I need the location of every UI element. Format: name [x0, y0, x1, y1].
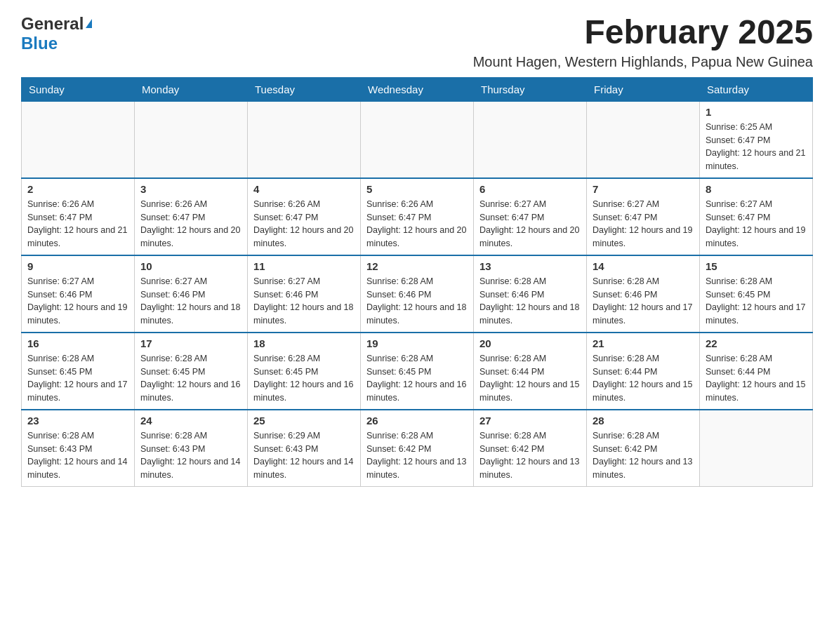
calendar-cell: 24Sunrise: 6:28 AM Sunset: 6:43 PM Dayli… — [135, 410, 248, 487]
day-number: 20 — [479, 337, 581, 349]
header-sunday: Sunday — [22, 77, 135, 101]
day-info: Sunrise: 6:28 AM Sunset: 6:42 PM Dayligh… — [479, 429, 581, 482]
calendar-cell: 6Sunrise: 6:27 AM Sunset: 6:47 PM Daylig… — [474, 178, 587, 255]
day-number: 5 — [366, 183, 468, 195]
day-info: Sunrise: 6:26 AM Sunset: 6:47 PM Dayligh… — [253, 198, 355, 250]
day-number: 26 — [366, 415, 468, 427]
calendar-cell — [135, 101, 248, 178]
calendar-cell: 4Sunrise: 6:26 AM Sunset: 6:47 PM Daylig… — [248, 178, 361, 255]
day-info: Sunrise: 6:27 AM Sunset: 6:47 PM Dayligh… — [706, 198, 807, 250]
day-number: 22 — [706, 337, 807, 349]
day-number: 3 — [140, 183, 241, 195]
day-info: Sunrise: 6:28 AM Sunset: 6:42 PM Dayligh… — [366, 429, 468, 482]
calendar-cell: 28Sunrise: 6:28 AM Sunset: 6:42 PM Dayli… — [587, 410, 700, 487]
logo-general: General — [21, 14, 84, 34]
title-section: February 2025 Mount Hagen, Western Highl… — [473, 14, 813, 70]
day-number: 10 — [140, 260, 241, 272]
calendar-cell: 20Sunrise: 6:28 AM Sunset: 6:44 PM Dayli… — [474, 333, 587, 410]
header-wednesday: Wednesday — [361, 77, 474, 101]
logo-blue: Blue — [21, 34, 58, 53]
calendar-cell: 21Sunrise: 6:28 AM Sunset: 6:44 PM Dayli… — [587, 333, 700, 410]
calendar-cell: 13Sunrise: 6:28 AM Sunset: 6:46 PM Dayli… — [474, 255, 587, 333]
calendar-cell: 10Sunrise: 6:27 AM Sunset: 6:46 PM Dayli… — [135, 255, 248, 333]
calendar-cell: 14Sunrise: 6:28 AM Sunset: 6:46 PM Dayli… — [587, 255, 700, 333]
header-friday: Friday — [587, 77, 700, 101]
day-number: 4 — [253, 183, 355, 195]
day-number: 21 — [593, 337, 694, 349]
day-number: 24 — [140, 415, 241, 427]
logo: General Blue — [21, 14, 92, 53]
day-info: Sunrise: 6:26 AM Sunset: 6:47 PM Dayligh… — [366, 198, 468, 250]
page-header: General Blue February 2025 Mount Hagen, … — [21, 14, 813, 70]
calendar-cell: 25Sunrise: 6:29 AM Sunset: 6:43 PM Dayli… — [248, 410, 361, 487]
day-number: 9 — [27, 260, 128, 272]
day-number: 13 — [479, 260, 581, 272]
day-info: Sunrise: 6:26 AM Sunset: 6:47 PM Dayligh… — [140, 198, 241, 250]
calendar-cell: 9Sunrise: 6:27 AM Sunset: 6:46 PM Daylig… — [22, 255, 135, 333]
day-info: Sunrise: 6:28 AM Sunset: 6:46 PM Dayligh… — [479, 275, 581, 328]
logo-triangle-icon — [86, 19, 92, 28]
month-title: February 2025 — [473, 14, 813, 51]
calendar-row-1: 1Sunrise: 6:25 AM Sunset: 6:47 PM Daylig… — [22, 101, 813, 178]
location-title: Mount Hagen, Western Highlands, Papua Ne… — [473, 54, 813, 70]
day-info: Sunrise: 6:27 AM Sunset: 6:47 PM Dayligh… — [479, 198, 581, 250]
day-info: Sunrise: 6:28 AM Sunset: 6:43 PM Dayligh… — [27, 429, 128, 482]
day-number: 25 — [253, 415, 355, 427]
calendar-cell: 1Sunrise: 6:25 AM Sunset: 6:47 PM Daylig… — [700, 101, 813, 178]
day-info: Sunrise: 6:25 AM Sunset: 6:47 PM Dayligh… — [706, 121, 807, 173]
day-info: Sunrise: 6:28 AM Sunset: 6:43 PM Dayligh… — [140, 429, 241, 482]
calendar-row-4: 16Sunrise: 6:28 AM Sunset: 6:45 PM Dayli… — [22, 333, 813, 410]
day-info: Sunrise: 6:28 AM Sunset: 6:44 PM Dayligh… — [706, 352, 807, 405]
day-info: Sunrise: 6:26 AM Sunset: 6:47 PM Dayligh… — [27, 198, 128, 250]
calendar-cell: 15Sunrise: 6:28 AM Sunset: 6:45 PM Dayli… — [700, 255, 813, 333]
day-number: 18 — [253, 337, 355, 349]
day-number: 19 — [366, 337, 468, 349]
day-number: 15 — [706, 260, 807, 272]
day-number: 1 — [706, 106, 807, 118]
day-number: 6 — [479, 183, 581, 195]
header-tuesday: Tuesday — [248, 77, 361, 101]
calendar-cell — [587, 101, 700, 178]
day-info: Sunrise: 6:28 AM Sunset: 6:46 PM Dayligh… — [593, 275, 694, 328]
day-info: Sunrise: 6:28 AM Sunset: 6:42 PM Dayligh… — [593, 429, 694, 482]
day-info: Sunrise: 6:28 AM Sunset: 6:46 PM Dayligh… — [366, 275, 468, 328]
calendar-cell: 8Sunrise: 6:27 AM Sunset: 6:47 PM Daylig… — [700, 178, 813, 255]
calendar-cell: 27Sunrise: 6:28 AM Sunset: 6:42 PM Dayli… — [474, 410, 587, 487]
calendar-cell — [474, 101, 587, 178]
header-thursday: Thursday — [474, 77, 587, 101]
calendar-cell: 26Sunrise: 6:28 AM Sunset: 6:42 PM Dayli… — [361, 410, 474, 487]
calendar-row-5: 23Sunrise: 6:28 AM Sunset: 6:43 PM Dayli… — [22, 410, 813, 487]
day-number: 2 — [27, 183, 128, 195]
day-info: Sunrise: 6:28 AM Sunset: 6:45 PM Dayligh… — [27, 352, 128, 405]
day-number: 28 — [593, 415, 694, 427]
calendar-cell: 23Sunrise: 6:28 AM Sunset: 6:43 PM Dayli… — [22, 410, 135, 487]
day-info: Sunrise: 6:28 AM Sunset: 6:45 PM Dayligh… — [706, 275, 807, 328]
calendar-cell: 18Sunrise: 6:28 AM Sunset: 6:45 PM Dayli… — [248, 333, 361, 410]
calendar-cell: 16Sunrise: 6:28 AM Sunset: 6:45 PM Dayli… — [22, 333, 135, 410]
day-info: Sunrise: 6:28 AM Sunset: 6:45 PM Dayligh… — [140, 352, 241, 405]
day-info: Sunrise: 6:27 AM Sunset: 6:47 PM Dayligh… — [593, 198, 694, 250]
day-number: 8 — [706, 183, 807, 195]
day-info: Sunrise: 6:29 AM Sunset: 6:43 PM Dayligh… — [253, 429, 355, 482]
calendar-cell — [361, 101, 474, 178]
day-info: Sunrise: 6:28 AM Sunset: 6:45 PM Dayligh… — [366, 352, 468, 405]
calendar-row-3: 9Sunrise: 6:27 AM Sunset: 6:46 PM Daylig… — [22, 255, 813, 333]
day-number: 17 — [140, 337, 241, 349]
day-number: 11 — [253, 260, 355, 272]
day-number: 14 — [593, 260, 694, 272]
calendar-cell — [248, 101, 361, 178]
calendar-row-2: 2Sunrise: 6:26 AM Sunset: 6:47 PM Daylig… — [22, 178, 813, 255]
day-info: Sunrise: 6:28 AM Sunset: 6:44 PM Dayligh… — [593, 352, 694, 405]
calendar-cell: 12Sunrise: 6:28 AM Sunset: 6:46 PM Dayli… — [361, 255, 474, 333]
calendar-cell: 5Sunrise: 6:26 AM Sunset: 6:47 PM Daylig… — [361, 178, 474, 255]
day-number: 16 — [27, 337, 128, 349]
calendar-cell — [22, 101, 135, 178]
calendar-cell: 17Sunrise: 6:28 AM Sunset: 6:45 PM Dayli… — [135, 333, 248, 410]
calendar-cell: 7Sunrise: 6:27 AM Sunset: 6:47 PM Daylig… — [587, 178, 700, 255]
calendar-cell: 2Sunrise: 6:26 AM Sunset: 6:47 PM Daylig… — [22, 178, 135, 255]
header-monday: Monday — [135, 77, 248, 101]
day-info: Sunrise: 6:28 AM Sunset: 6:44 PM Dayligh… — [479, 352, 581, 405]
calendar-cell: 3Sunrise: 6:26 AM Sunset: 6:47 PM Daylig… — [135, 178, 248, 255]
calendar-cell — [700, 410, 813, 487]
calendar-cell: 22Sunrise: 6:28 AM Sunset: 6:44 PM Dayli… — [700, 333, 813, 410]
